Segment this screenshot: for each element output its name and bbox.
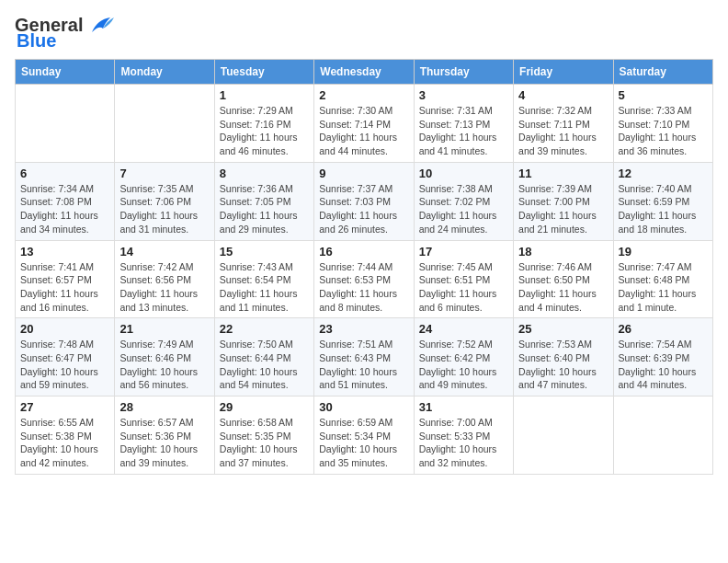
- day-info: Sunrise: 7:30 AM Sunset: 7:14 PM Dayligh…: [319, 104, 408, 158]
- day-info: Sunrise: 7:54 AM Sunset: 6:39 PM Dayligh…: [619, 338, 708, 392]
- calendar-cell: 4Sunrise: 7:32 AM Sunset: 7:11 PM Daylig…: [514, 85, 613, 163]
- day-info: Sunrise: 7:42 AM Sunset: 6:56 PM Dayligh…: [119, 260, 209, 315]
- day-info: Sunrise: 7:38 AM Sunset: 7:02 PM Dayligh…: [419, 182, 508, 236]
- day-number: 6: [20, 167, 109, 180]
- day-number: 7: [119, 167, 209, 180]
- day-number: 3: [419, 88, 508, 102]
- calendar-cell: 18Sunrise: 7:46 AM Sunset: 6:50 PM Dayli…: [514, 240, 613, 318]
- logo-bird-icon: [85, 16, 114, 36]
- day-number: 9: [319, 167, 408, 180]
- day-number: 28: [119, 400, 209, 414]
- day-info: Sunrise: 7:33 AM Sunset: 7:10 PM Dayligh…: [619, 104, 708, 158]
- day-number: 13: [20, 245, 109, 259]
- day-number: 15: [220, 245, 309, 259]
- day-number: 8: [220, 167, 309, 180]
- calendar-table: SundayMondayTuesdayWednesdayThursdayFrid…: [15, 59, 713, 475]
- day-info: Sunrise: 6:58 AM Sunset: 5:35 PM Dayligh…: [220, 416, 309, 470]
- day-number: 21: [119, 322, 209, 336]
- day-number: 10: [419, 167, 508, 180]
- calendar-cell: 1Sunrise: 7:29 AM Sunset: 7:16 PM Daylig…: [214, 85, 313, 163]
- calendar-cell: 13Sunrise: 7:41 AM Sunset: 6:57 PM Dayli…: [16, 240, 115, 318]
- day-info: Sunrise: 7:37 AM Sunset: 7:03 PM Dayligh…: [319, 182, 408, 236]
- day-number: 18: [518, 245, 608, 259]
- weekday-header-thursday: Thursday: [414, 60, 513, 85]
- calendar-cell: 2Sunrise: 7:30 AM Sunset: 7:14 PM Daylig…: [314, 85, 414, 163]
- day-info: Sunrise: 7:29 AM Sunset: 7:16 PM Dayligh…: [220, 104, 309, 158]
- calendar-cell: 17Sunrise: 7:45 AM Sunset: 6:51 PM Dayli…: [414, 240, 513, 318]
- calendar-cell: 27Sunrise: 6:55 AM Sunset: 5:38 PM Dayli…: [16, 396, 115, 475]
- day-number: 29: [220, 400, 309, 414]
- calendar-cell: 21Sunrise: 7:49 AM Sunset: 6:46 PM Dayli…: [115, 318, 214, 396]
- day-info: Sunrise: 7:31 AM Sunset: 7:13 PM Dayligh…: [419, 104, 508, 158]
- calendar-cell: 14Sunrise: 7:42 AM Sunset: 6:56 PM Dayli…: [115, 240, 214, 318]
- day-number: 31: [419, 400, 508, 414]
- calendar-cell: [514, 396, 613, 475]
- day-info: Sunrise: 6:57 AM Sunset: 5:36 PM Dayligh…: [119, 416, 209, 470]
- day-number: 4: [518, 88, 608, 102]
- day-info: Sunrise: 7:40 AM Sunset: 6:59 PM Dayligh…: [619, 182, 708, 236]
- calendar-header-row: SundayMondayTuesdayWednesdayThursdayFrid…: [16, 60, 713, 85]
- calendar-cell: [613, 396, 712, 475]
- day-info: Sunrise: 7:48 AM Sunset: 6:47 PM Dayligh…: [20, 338, 109, 392]
- day-info: Sunrise: 6:59 AM Sunset: 5:34 PM Dayligh…: [319, 416, 408, 470]
- weekday-header-wednesday: Wednesday: [314, 60, 414, 85]
- day-number: 20: [20, 322, 109, 336]
- calendar-cell: 11Sunrise: 7:39 AM Sunset: 7:00 PM Dayli…: [514, 162, 613, 240]
- calendar-cell: 22Sunrise: 7:50 AM Sunset: 6:44 PM Dayli…: [214, 318, 313, 396]
- calendar-cell: 9Sunrise: 7:37 AM Sunset: 7:03 PM Daylig…: [314, 162, 414, 240]
- calendar-cell: 31Sunrise: 7:00 AM Sunset: 5:33 PM Dayli…: [414, 396, 513, 475]
- calendar-cell: 26Sunrise: 7:54 AM Sunset: 6:39 PM Dayli…: [613, 318, 712, 396]
- calendar-week-row: 27Sunrise: 6:55 AM Sunset: 5:38 PM Dayli…: [16, 396, 713, 475]
- day-info: Sunrise: 7:32 AM Sunset: 7:11 PM Dayligh…: [518, 104, 608, 158]
- calendar-cell: 8Sunrise: 7:36 AM Sunset: 7:05 PM Daylig…: [214, 162, 313, 240]
- day-number: 30: [319, 400, 408, 414]
- logo-blue: Blue: [17, 30, 56, 52]
- day-info: Sunrise: 7:43 AM Sunset: 6:54 PM Dayligh…: [220, 260, 309, 315]
- day-info: Sunrise: 7:52 AM Sunset: 6:42 PM Dayligh…: [419, 338, 508, 392]
- calendar-cell: [16, 85, 115, 163]
- day-number: 22: [220, 322, 309, 336]
- day-number: 16: [319, 245, 408, 259]
- day-number: 27: [20, 400, 109, 414]
- weekday-header-sunday: Sunday: [16, 60, 115, 85]
- day-number: 26: [619, 322, 708, 336]
- calendar-week-row: 1Sunrise: 7:29 AM Sunset: 7:16 PM Daylig…: [16, 85, 713, 163]
- day-info: Sunrise: 7:51 AM Sunset: 6:43 PM Dayligh…: [319, 338, 408, 392]
- day-info: Sunrise: 7:41 AM Sunset: 6:57 PM Dayligh…: [20, 260, 109, 315]
- calendar-cell: 6Sunrise: 7:34 AM Sunset: 7:08 PM Daylig…: [16, 162, 115, 240]
- day-info: Sunrise: 7:44 AM Sunset: 6:53 PM Dayligh…: [319, 260, 408, 315]
- day-info: Sunrise: 7:49 AM Sunset: 6:46 PM Dayligh…: [119, 338, 209, 392]
- calendar-cell: 7Sunrise: 7:35 AM Sunset: 7:06 PM Daylig…: [115, 162, 214, 240]
- day-number: 11: [518, 167, 608, 180]
- day-number: 24: [419, 322, 508, 336]
- calendar-cell: 25Sunrise: 7:53 AM Sunset: 6:40 PM Dayli…: [514, 318, 613, 396]
- calendar-cell: 12Sunrise: 7:40 AM Sunset: 6:59 PM Dayli…: [613, 162, 712, 240]
- day-number: 5: [619, 88, 708, 102]
- day-info: Sunrise: 7:45 AM Sunset: 6:51 PM Dayligh…: [419, 260, 508, 315]
- calendar-week-row: 6Sunrise: 7:34 AM Sunset: 7:08 PM Daylig…: [16, 162, 713, 240]
- day-info: Sunrise: 7:47 AM Sunset: 6:48 PM Dayligh…: [619, 260, 708, 315]
- calendar-cell: 28Sunrise: 6:57 AM Sunset: 5:36 PM Dayli…: [115, 396, 214, 475]
- page-header: General Blue: [15, 15, 713, 52]
- day-info: Sunrise: 7:39 AM Sunset: 7:00 PM Dayligh…: [518, 182, 608, 236]
- day-number: 1: [220, 88, 309, 102]
- day-info: Sunrise: 6:55 AM Sunset: 5:38 PM Dayligh…: [20, 416, 109, 470]
- logo: General Blue: [15, 15, 114, 52]
- day-info: Sunrise: 7:36 AM Sunset: 7:05 PM Dayligh…: [220, 182, 309, 236]
- calendar-cell: 16Sunrise: 7:44 AM Sunset: 6:53 PM Dayli…: [314, 240, 414, 318]
- calendar-week-row: 13Sunrise: 7:41 AM Sunset: 6:57 PM Dayli…: [16, 240, 713, 318]
- calendar-cell: 19Sunrise: 7:47 AM Sunset: 6:48 PM Dayli…: [613, 240, 712, 318]
- calendar-cell: [115, 85, 214, 163]
- day-number: 19: [619, 245, 708, 259]
- calendar-cell: 15Sunrise: 7:43 AM Sunset: 6:54 PM Dayli…: [214, 240, 313, 318]
- day-number: 23: [319, 322, 408, 336]
- weekday-header-saturday: Saturday: [613, 60, 712, 85]
- day-info: Sunrise: 7:46 AM Sunset: 6:50 PM Dayligh…: [518, 260, 608, 315]
- day-number: 14: [119, 245, 209, 259]
- day-info: Sunrise: 7:53 AM Sunset: 6:40 PM Dayligh…: [518, 338, 608, 392]
- calendar-cell: 29Sunrise: 6:58 AM Sunset: 5:35 PM Dayli…: [214, 396, 313, 475]
- day-info: Sunrise: 7:34 AM Sunset: 7:08 PM Dayligh…: [20, 182, 109, 236]
- day-number: 25: [518, 322, 608, 336]
- calendar-week-row: 20Sunrise: 7:48 AM Sunset: 6:47 PM Dayli…: [16, 318, 713, 396]
- calendar-cell: 24Sunrise: 7:52 AM Sunset: 6:42 PM Dayli…: [414, 318, 513, 396]
